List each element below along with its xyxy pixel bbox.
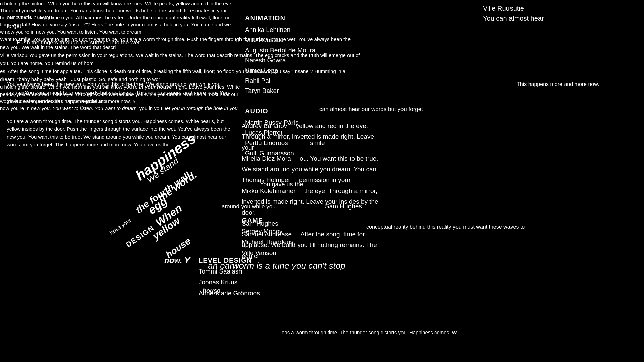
- anim-name-1: Ville Ruusutie: [245, 35, 379, 45]
- can-almost-hear-text: can almost hear our words but you forget: [319, 105, 460, 113]
- game-design-section: GAME Sergey Mohov Michael Thaddeus Ville…: [241, 215, 293, 258]
- main-paragraph-top: You've always been the new you. You want…: [0, 80, 245, 105]
- far-right-this-happens: This happens more and more now.: [517, 80, 644, 89]
- boss-your-overlay: boss your: [108, 216, 133, 237]
- game-name-1: Michael Thaddeus: [241, 237, 293, 247]
- top-left-line2: forget.: [7, 22, 201, 31]
- game-name-0: Sergey Mohov: [241, 226, 293, 237]
- level-name-2: Anne-Marie Grönroos: [199, 288, 260, 299]
- you-can-almost-hear-top: You can almost hear: [483, 13, 637, 23]
- anim-name-5: Rahil Pai: [245, 76, 379, 86]
- anim-name-2: Augusto Bertol de Moura: [245, 45, 379, 55]
- fourth-wall-overlay: the fourth wall: [133, 169, 193, 217]
- anim-name-0: Annika Lehtinen: [245, 25, 379, 35]
- anim-name-3: Naresh Gowra: [245, 55, 379, 65]
- right-name-2-ext: permission in your: [299, 176, 351, 183]
- conceptual-reality-text: conceptual reality behind this reality y…: [366, 223, 581, 231]
- top-left-text: our words but you forget.: [0, 13, 208, 31]
- far-right-text-content: This happens more and more now.: [517, 81, 599, 87]
- when-overlay: When: [153, 201, 185, 230]
- animation-section: ANIMATION Annika Lehtinen Ville Ruusutie…: [245, 13, 379, 96]
- animation-label: ANIMATION: [245, 13, 379, 23]
- egg-overlay: egg: [145, 193, 171, 218]
- page: Ville Ruusutie You can almost hear our w…: [0, 0, 644, 362]
- game-label: GAME: [241, 215, 293, 226]
- right-name-1: Mirella Diez Mora ou. You want this to b…: [241, 153, 382, 175]
- lower-left-text-3: now you're in new you. You want to liste…: [0, 105, 241, 112]
- we-stand-overlay: We stand: [144, 155, 181, 186]
- cant-stop-worm: an earworm is a tune you can't stop: [208, 260, 345, 272]
- around-you-detection: around you while you: [222, 202, 276, 211]
- you-gave-us-detection: You gave us the: [260, 180, 303, 189]
- house-overlay: house: [163, 235, 193, 261]
- word-overlay: the word.: [155, 168, 200, 205]
- top-left-line1: our words but you: [7, 13, 201, 22]
- level-name-1: Joonas Kruus: [199, 277, 260, 288]
- push-text: Push the fingers through the surface int…: [17, 39, 218, 47]
- anim-name-4: Urmet Lepp: [245, 66, 379, 76]
- yellow-overlay: yellow: [150, 214, 183, 243]
- anim-name-6: Taryn Baker: [245, 86, 379, 96]
- ville-ruusutie-top: Ville Ruusutie: [483, 3, 637, 13]
- right-name-0: Andrey Baranov yellow and red in the eye…: [241, 121, 382, 153]
- design-overlay: DESIGN: [124, 223, 157, 250]
- mid-left-paragraph: You are a worm through time. The thunder…: [0, 117, 245, 148]
- sam-hughes-credit: Sam Hughes: [325, 202, 362, 211]
- top-right-credits: Ville Ruusutie You can almost hear: [476, 0, 644, 27]
- now-overlay: now. Y: [164, 255, 190, 266]
- lower-right-4: oos a worm through time. The thunder son…: [282, 328, 644, 337]
